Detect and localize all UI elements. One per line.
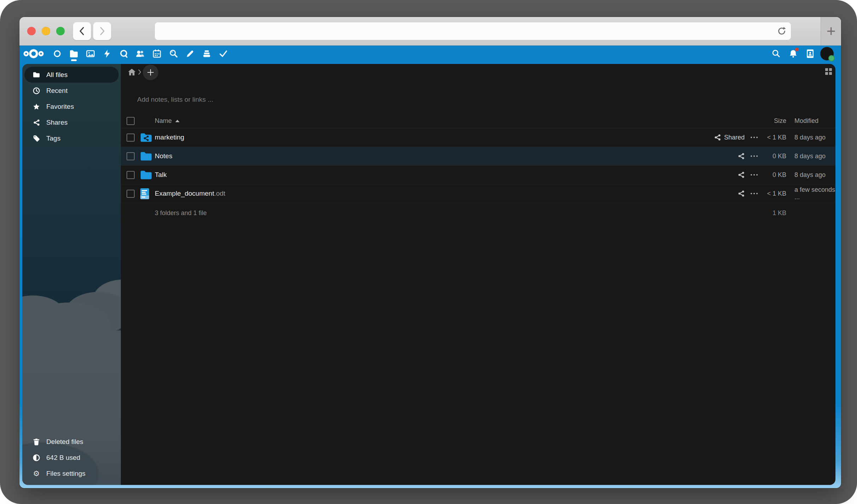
home-icon <box>128 69 136 76</box>
shared-status-button[interactable]: Shared <box>674 134 745 141</box>
checkmark-icon <box>219 49 228 58</box>
breadcrumb-home-button[interactable] <box>128 69 136 77</box>
file-row-marketing[interactable]: marketing Shared < 1 KB 8 days ago <box>121 128 835 147</box>
file-modified: 8 days ago <box>794 171 835 179</box>
notifications-button[interactable] <box>785 46 802 62</box>
sort-ascending-icon <box>175 120 180 122</box>
shared-label: Shared <box>724 134 745 141</box>
sidebar-item-deleted-files[interactable]: Deleted files <box>24 434 119 450</box>
files-sidebar: All files Recent Favorites <box>22 64 121 485</box>
app-deck[interactable] <box>198 46 215 62</box>
file-modified: 8 days ago <box>794 134 835 141</box>
notes-placeholder[interactable]: Add notes, lists or links ... <box>137 96 213 103</box>
files-folder-icon <box>69 49 78 58</box>
app-activity[interactable] <box>99 46 115 62</box>
new-file-button[interactable] <box>143 65 158 80</box>
tag-icon <box>33 135 40 142</box>
app-calendar[interactable] <box>148 46 165 62</box>
share-button[interactable] <box>674 153 745 160</box>
app-contacts[interactable] <box>132 46 148 62</box>
file-size: < 1 KB <box>761 190 794 197</box>
app-files[interactable] <box>65 46 82 62</box>
share-button[interactable] <box>674 171 745 178</box>
app-tasks[interactable] <box>215 46 231 62</box>
actions-menu-button[interactable] <box>745 174 761 176</box>
browser-back-button[interactable] <box>73 22 91 40</box>
close-window-button[interactable] <box>27 27 36 35</box>
sidebar-item-recent[interactable]: Recent <box>24 83 119 99</box>
app-photos[interactable] <box>82 46 99 62</box>
row-checkbox[interactable] <box>127 171 135 179</box>
trash-icon <box>33 438 40 445</box>
dashboard-icon <box>53 49 62 58</box>
sidebar-item-label: Favorites <box>46 103 74 111</box>
sidebar-item-all-files[interactable]: All files <box>24 67 119 83</box>
user-menu-button[interactable] <box>818 46 835 62</box>
column-name[interactable]: Name <box>155 117 172 125</box>
calendar-icon <box>152 49 162 58</box>
file-extension: .odt <box>214 190 225 197</box>
column-modified[interactable]: Modified <box>794 117 835 125</box>
share-button[interactable] <box>674 190 745 197</box>
browser-forward-button[interactable] <box>93 22 111 40</box>
app-talk[interactable] <box>115 46 132 62</box>
new-tab-button[interactable]: + <box>821 17 841 45</box>
sidebar-item-label: 642 B used <box>46 454 80 462</box>
sidebar-item-shares[interactable]: Shares <box>24 114 119 130</box>
shared-folder-icon <box>140 132 155 143</box>
browser-titlebar: + <box>19 17 841 46</box>
actions-menu-button[interactable] <box>745 137 761 138</box>
sidebar-item-tags[interactable]: Tags <box>24 130 119 146</box>
header-right-actions <box>768 46 835 62</box>
nextcloud-logo[interactable] <box>23 48 44 59</box>
app-dashboard[interactable] <box>49 46 65 62</box>
row-checkbox[interactable] <box>127 190 135 198</box>
reload-button[interactable] <box>776 26 787 36</box>
share-icon <box>738 171 745 178</box>
folder-icon <box>140 151 155 161</box>
minimize-window-button[interactable] <box>42 27 50 35</box>
file-name: Notes <box>155 152 172 160</box>
file-modified: a few seconds ... <box>794 186 835 201</box>
unified-search-button[interactable] <box>768 46 785 62</box>
address-input[interactable] <box>154 22 791 40</box>
folder-icon <box>33 72 40 78</box>
browser-window: + <box>19 17 841 488</box>
file-size: 0 KB <box>761 171 794 179</box>
select-all-checkbox[interactable] <box>127 117 135 125</box>
app-menu <box>49 46 231 62</box>
sidebar-item-quota[interactable]: 642 B used <box>24 450 119 466</box>
active-app-indicator <box>71 59 77 61</box>
row-checkbox[interactable] <box>127 134 135 142</box>
file-row-example-document[interactable]: Example_document.odt < 1 KB a few second… <box>121 184 835 203</box>
zoom-window-button[interactable] <box>56 27 65 35</box>
file-name: marketing <box>155 134 184 141</box>
column-size[interactable]: Size <box>761 117 794 125</box>
sidebar-item-favorites[interactable]: Favorites <box>24 99 119 114</box>
file-list-summary: 3 folders and 1 file 1 KB <box>121 203 835 223</box>
grid-view-toggle[interactable] <box>825 68 832 75</box>
chevron-left-icon <box>78 26 86 36</box>
sidebar-item-files-settings[interactable]: ⚙ Files settings <box>24 466 119 481</box>
sidebar-item-label: Shares <box>46 119 67 126</box>
file-size: < 1 KB <box>761 134 794 141</box>
file-list-header: Name Size Modified <box>121 114 835 128</box>
sidebar-item-label: All files <box>46 71 67 79</box>
plus-icon <box>147 69 154 76</box>
actions-menu-button[interactable] <box>745 193 761 194</box>
row-checkbox[interactable] <box>127 152 135 160</box>
actions-menu-button[interactable] <box>745 155 761 157</box>
sidebar-item-label: Tags <box>46 135 60 142</box>
address-bar[interactable] <box>154 22 791 40</box>
file-name: Example_document <box>155 190 214 197</box>
magnifier-app-icon <box>169 49 178 58</box>
app-notes[interactable] <box>182 46 198 62</box>
share-icon <box>714 134 721 141</box>
chevron-right-icon <box>98 26 106 36</box>
contacts-menu-button[interactable] <box>802 46 818 62</box>
file-row-notes[interactable]: Notes 0 KB 8 days ago <box>121 147 835 166</box>
notification-badge <box>795 48 799 51</box>
screenshot-stage: + <box>0 0 857 504</box>
app-search[interactable] <box>165 46 182 62</box>
file-row-talk[interactable]: Talk 0 KB 8 days ago <box>121 166 835 184</box>
